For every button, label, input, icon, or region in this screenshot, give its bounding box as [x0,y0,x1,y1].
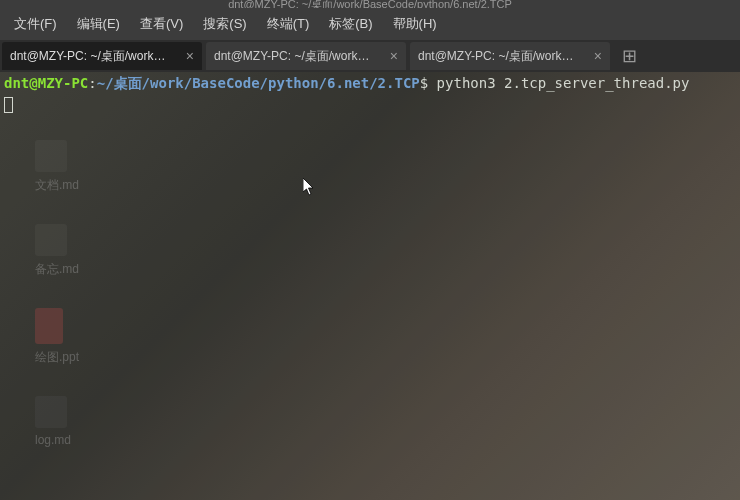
menu-view[interactable]: 查看(V) [130,11,193,37]
window-title: dnt@MZY-PC: ~/桌面/work/BaseCode/python/6.… [228,0,512,8]
terminal-cursor [4,97,13,113]
menu-search[interactable]: 搜索(S) [193,11,256,37]
tab-label: dnt@MZY-PC: ~/桌面/work… [418,48,588,65]
terminal-content[interactable]: dnt@MZY-PC:~/桌面/work/BaseCode/python/6.n… [0,72,740,500]
menu-bar: 文件(F) 编辑(E) 查看(V) 搜索(S) 终端(T) 标签(B) 帮助(H… [0,8,740,40]
menu-help[interactable]: 帮助(H) [383,11,447,37]
close-icon[interactable]: × [390,48,398,64]
menu-tabs[interactable]: 标签(B) [319,11,382,37]
prompt-symbol: $ [420,75,428,91]
window-title-bar: dnt@MZY-PC: ~/桌面/work/BaseCode/python/6.… [0,0,740,8]
tab-label: dnt@MZY-PC: ~/桌面/work… [214,48,384,65]
tab-label: dnt@MZY-PC: ~/桌面/work… [10,48,180,65]
prompt-separator: : [88,75,96,91]
tab-bar: dnt@MZY-PC: ~/桌面/work… × dnt@MZY-PC: ~/桌… [0,40,740,72]
add-tab-icon[interactable]: ⊞ [614,45,645,67]
menu-terminal[interactable]: 终端(T) [257,11,320,37]
prompt-command: python3 2.tcp_server_thread.py [428,75,689,91]
terminal-tab[interactable]: dnt@MZY-PC: ~/桌面/work… × [2,42,202,70]
prompt-path: ~/桌面/work/BaseCode/python/6.net/2.TCP [97,75,420,91]
close-icon[interactable]: × [594,48,602,64]
menu-file[interactable]: 文件(F) [4,11,67,37]
menu-edit[interactable]: 编辑(E) [67,11,130,37]
close-icon[interactable]: × [186,48,194,64]
terminal-tab[interactable]: dnt@MZY-PC: ~/桌面/work… × [206,42,406,70]
prompt-line: dnt@MZY-PC:~/桌面/work/BaseCode/python/6.n… [4,74,736,94]
prompt-user-host: dnt@MZY-PC [4,75,88,91]
terminal-tab[interactable]: dnt@MZY-PC: ~/桌面/work… × [410,42,610,70]
